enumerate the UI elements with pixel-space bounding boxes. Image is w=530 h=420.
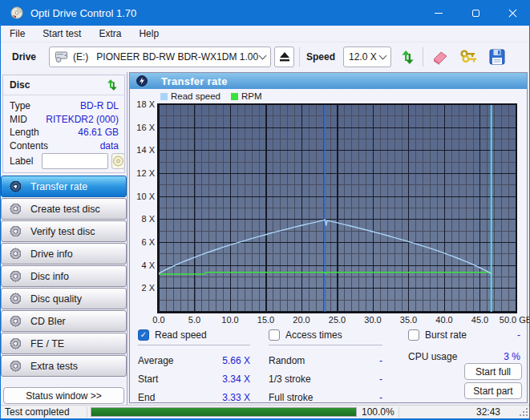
x-tick-label: 50.0 GB (500, 315, 530, 325)
cd-icon (10, 248, 22, 260)
progress-fill (91, 408, 356, 416)
unlock-button[interactable] (455, 46, 481, 68)
chart-legend: Read speedRPM (160, 91, 273, 101)
start-part-label: Start part (473, 386, 512, 397)
burst-rate-column: Burst rate - CPU usage 3 % (408, 328, 520, 365)
divider (138, 345, 250, 345)
sidebar-item-label: Extra tests (30, 361, 78, 372)
y-tick-label: 2 X (130, 283, 155, 293)
drive-icon (55, 51, 68, 63)
disc-field-label: MID (10, 114, 27, 125)
y-tick-label: 12 X (130, 168, 155, 178)
maximize-button[interactable] (457, 0, 494, 26)
opti-drive-control-window: { "window": { "title": "Opti Drive Contr… (0, 0, 530, 420)
disc-panel-title: Disc (10, 79, 30, 91)
status-window-label: Status window >> (26, 390, 102, 402)
stat-row-average: Average5.66 X (138, 351, 250, 370)
start-part-button[interactable]: Start part (464, 382, 522, 399)
minimize-button[interactable] (420, 0, 457, 26)
disc-speed-icon (136, 75, 148, 87)
disc-field-value: RITEKDR2 (000) (46, 114, 119, 125)
disc-refresh-button[interactable] (102, 77, 121, 92)
x-tick-label: 35.0 (400, 315, 417, 325)
y-tick-label: 10 X (130, 192, 155, 201)
chart-area: Read speedRPM 2 X4 X6 X8 X10 X12 X14 X16… (130, 89, 527, 321)
menu-item-extra[interactable]: Extra (90, 26, 130, 42)
refresh-speeds-button[interactable] (394, 46, 419, 68)
stat-value: - (379, 374, 382, 385)
sidebar-item-verify-test-disc[interactable]: Verify test disc (1, 220, 127, 242)
speed-select[interactable]: 12.0 X (343, 46, 391, 67)
stat-row-start: Start3.34 X (138, 370, 250, 388)
x-tick-label: 15.0 (257, 315, 274, 325)
sidebar-item-create-test-disc[interactable]: Create test disc (1, 198, 127, 220)
divider (269, 345, 382, 345)
write-label-button[interactable] (111, 153, 125, 169)
menu-item-file[interactable]: File (1, 26, 34, 42)
menu-bar: FileStart testExtraHelp (1, 26, 530, 42)
sidebar-item-extra-tests[interactable]: Extra tests (1, 355, 127, 377)
cd-icon (112, 155, 124, 167)
disc-field-mid: MIDRITEKDR2 (000) (10, 113, 119, 127)
sidebar-item-disc-quality[interactable]: Disc quality (1, 288, 127, 309)
stat-label: Full stroke (269, 392, 313, 403)
transfer-rate-plot (157, 103, 517, 313)
sidebar: Transfer rateCreate test discVerify test… (1, 176, 127, 378)
sidebar-item-transfer-rate[interactable]: Transfer rate (1, 176, 127, 197)
disc-field-label: Contents (10, 140, 48, 151)
stat-value: - (379, 355, 382, 366)
cd-icon (10, 293, 22, 305)
stat-value: 3.34 X (222, 374, 250, 385)
sidebar-item-label: FE / TE (30, 338, 64, 349)
access-times-rows: Random-1/3 stroke-Full stroke- (269, 351, 382, 406)
disc-field-contents: Contentsdata (10, 139, 119, 153)
transfer-rate-panel: Transfer rate Read speedRPM 2 X4 X6 X8 X… (129, 72, 528, 403)
eject-button[interactable] (274, 46, 294, 67)
legend-swatch (231, 93, 238, 100)
x-tick-label: 25.0 (329, 315, 346, 325)
y-tick-label: 8 X (130, 214, 155, 224)
access-times-checkbox[interactable] (269, 329, 280, 341)
sidebar-item-label: Disc info (30, 271, 69, 282)
burst-rate-checkbox[interactable] (408, 329, 419, 341)
menu-item-help[interactable]: Help (130, 26, 168, 42)
stat-label: Average (138, 355, 173, 366)
left-panel: Disc TypeBD-R DLMIDRITEKDR2 (000)Length4… (1, 72, 127, 405)
stat-row-random: Random- (269, 351, 382, 370)
disc-label-caption: Label (10, 155, 33, 167)
results-zone: ✓ Read speed Average5.66 XStart3.34 XEnd… (130, 328, 527, 404)
drive-select[interactable]: (E:) PIONEER BD-RW BDR-WX1DM 1.00 (49, 46, 271, 67)
speed-label: Speed (306, 51, 335, 63)
x-tick-label: 40.0 (435, 315, 452, 325)
save-button[interactable] (484, 46, 510, 68)
stat-value: - (379, 392, 382, 403)
sidebar-item-drive-info[interactable]: Drive info (1, 243, 127, 265)
legend-label: RPM (241, 91, 262, 101)
legend-item-read-speed: Read speed (160, 91, 220, 101)
progress-percent: 100.0% (362, 406, 399, 418)
disc-field-value: BD-R DL (80, 100, 119, 111)
disc-label-input[interactable] (42, 153, 108, 169)
sidebar-item-fe-te[interactable]: FE / TE (1, 333, 127, 354)
stat-label: Random (269, 355, 305, 366)
stat-label: 1/3 stroke (269, 374, 311, 385)
sidebar-item-cd-bler[interactable]: CD Bler (1, 310, 127, 332)
status-window-button[interactable]: Status window >> (3, 387, 124, 404)
disc-field-label: Type (10, 100, 30, 111)
menu-item-start-test[interactable]: Start test (34, 26, 90, 42)
resize-grip-icon[interactable] (520, 408, 528, 417)
start-full-label: Start full (475, 366, 511, 378)
access-times-label: Access times (285, 329, 342, 341)
x-tick-label: 30.0 (364, 315, 381, 325)
app-cd-icon (10, 6, 23, 19)
chevron-down-icon (259, 52, 267, 60)
start-full-button[interactable]: Start full (464, 363, 522, 380)
divider (399, 407, 399, 418)
close-button[interactable] (494, 0, 530, 26)
chevron-down-icon (379, 52, 387, 60)
cd-icon (10, 225, 22, 237)
sidebar-item-disc-info[interactable]: Disc info (1, 265, 127, 287)
read-speed-checkbox[interactable]: ✓ (138, 329, 149, 341)
y-tick-label: 14 X (130, 145, 155, 155)
erase-disc-button[interactable] (427, 46, 452, 68)
